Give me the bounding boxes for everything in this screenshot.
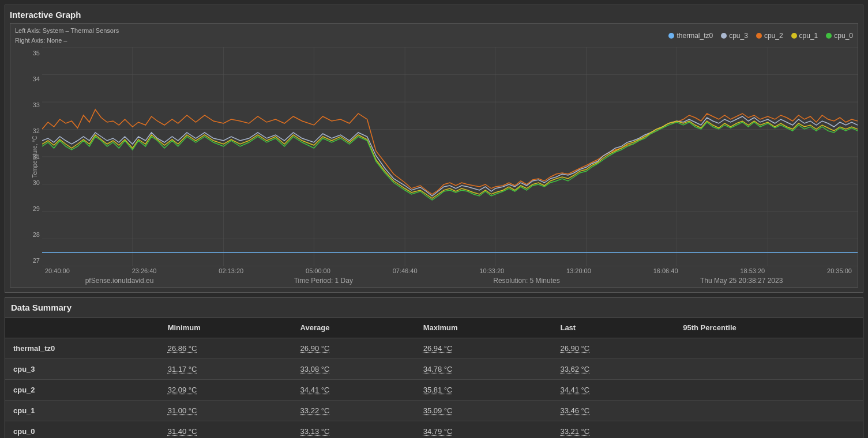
x-axis: 20:40:00 23:26:40 02:13:20 05:00:00 07:4… (45, 267, 852, 274)
summary-table: Minimum Average Maximum Last 95th Percen… (5, 318, 863, 438)
legend-label-cpu1: cpu_1 (799, 32, 818, 40)
table-row: cpu_1 31.00 °C 33.22 °C 35.09 °C 33.46 °… (5, 401, 863, 421)
row-avg-cpu3: 33.08 °C (292, 359, 415, 380)
y-tick-35: 35 (33, 50, 40, 56)
row-pct-thermal (675, 338, 863, 359)
x-tick-8: 18:53:20 (740, 267, 765, 274)
row-pct-cpu1 (675, 401, 863, 421)
col-header-minimum: Minimum (160, 318, 292, 338)
row-max-cpu2: 35.81 °C (415, 380, 553, 401)
row-min-cpu0: 31.40 °C (160, 421, 292, 439)
row-min-thermal: 26.86 °C (160, 338, 292, 359)
row-avg-cpu0: 33.13 °C (292, 421, 415, 439)
y-tick-34: 34 (33, 75, 40, 82)
y-tick-33: 33 (33, 101, 40, 108)
col-header-name (5, 318, 160, 338)
legend-label-cpu3: cpu_3 (729, 32, 748, 40)
row-name-cpu3: cpu_3 (5, 359, 160, 380)
row-last-cpu1: 33.46 °C (552, 401, 675, 421)
axis-labels: Left Axis: System – Thermal Sensors Righ… (15, 26, 119, 45)
legend-item-cpu3: cpu_3 (721, 32, 748, 40)
row-avg-cpu1: 33.22 °C (292, 401, 415, 421)
legend-item-cpu1: cpu_1 (791, 32, 818, 40)
legend-item-cpu0: cpu_0 (826, 32, 853, 40)
x-tick-5: 10:33:20 (479, 267, 504, 274)
legend-label-cpu2: cpu_2 (764, 32, 783, 40)
x-tick-0: 20:40:00 (45, 267, 70, 274)
table-row: cpu_3 31.17 °C 33.08 °C 34.78 °C 33.62 °… (5, 359, 863, 380)
x-tick-6: 13:20:00 (566, 267, 591, 274)
row-last-thermal: 26.90 °C (552, 338, 675, 359)
legend-dot-cpu1 (791, 33, 797, 39)
row-pct-cpu2 (675, 380, 863, 401)
row-avg-cpu2: 34.41 °C (292, 380, 415, 401)
x-tick-7: 16:06:40 (653, 267, 678, 274)
legend-item-cpu2: cpu_2 (756, 32, 783, 40)
row-last-cpu3: 33.62 °C (552, 359, 675, 380)
row-min-cpu1: 31.00 °C (160, 401, 292, 421)
summary-title: Data Summary (5, 298, 863, 318)
x-tick-2: 02:13:20 (219, 267, 243, 274)
table-row: cpu_0 31.40 °C 33.13 °C 34.79 °C 33.21 °… (5, 421, 863, 439)
row-name-cpu1: cpu_1 (5, 401, 160, 421)
legend-dot-thermal (668, 33, 674, 39)
row-pct-cpu3 (675, 359, 863, 380)
legend-item-thermal: thermal_tz0 (668, 32, 713, 40)
row-max-cpu3: 34.78 °C (415, 359, 553, 380)
row-name-thermal: thermal_tz0 (5, 338, 160, 359)
row-max-cpu0: 34.79 °C (415, 421, 553, 439)
axis-right-label: Right Axis: None – (15, 36, 119, 46)
x-tick-1: 23:26:40 (132, 267, 157, 274)
footer-time-period: Time Period: 1 Day (294, 277, 353, 285)
table-row: thermal_tz0 26.86 °C 26.90 °C 26.94 °C 2… (5, 338, 863, 359)
y-tick-30: 30 (33, 179, 40, 186)
row-name-cpu0: cpu_0 (5, 421, 160, 439)
y-tick-32: 32 (33, 127, 40, 134)
graph-panel: Interactive Graph Left Axis: System – Th… (5, 5, 863, 293)
row-avg-thermal: 26.90 °C (292, 338, 415, 359)
col-header-last: Last (552, 318, 675, 338)
row-last-cpu0: 33.21 °C (552, 421, 675, 439)
row-max-cpu1: 35.09 °C (415, 401, 553, 421)
row-pct-cpu0 (675, 421, 863, 439)
footer-resolution: Resolution: 5 Minutes (493, 277, 559, 285)
table-row: cpu_2 32.09 °C 34.41 °C 35.81 °C 34.41 °… (5, 380, 863, 401)
graph-panel-title: Interactive Graph (10, 10, 858, 20)
row-min-cpu3: 31.17 °C (160, 359, 292, 380)
row-max-thermal: 26.94 °C (415, 338, 553, 359)
y-axis-label: Temperature, °C (32, 136, 38, 178)
row-min-cpu2: 32.09 °C (160, 380, 292, 401)
col-header-maximum: Maximum (415, 318, 553, 338)
summary-panel: Data Summary Minimum Average Maximum Las… (5, 297, 863, 438)
x-tick-4: 07:46:40 (393, 267, 418, 274)
graph-header: Left Axis: System – Thermal Sensors Righ… (10, 24, 858, 47)
row-name-cpu2: cpu_2 (5, 380, 160, 401)
legend-label-cpu0: cpu_0 (834, 32, 853, 40)
col-header-average: Average (292, 318, 415, 338)
legend: thermal_tz0 cpu_3 cpu_2 cpu_1 cpu_0 (668, 26, 853, 45)
graph-footer: pfSense.ionutdavid.eu Time Period: 1 Day… (10, 274, 858, 287)
legend-dot-cpu3 (721, 33, 727, 39)
chart-svg (42, 47, 858, 266)
row-last-cpu2: 34.41 °C (552, 380, 675, 401)
graph-area: Left Axis: System – Thermal Sensors Righ… (10, 23, 858, 288)
x-tick-3: 05:00:00 (306, 267, 330, 274)
axis-left-label: Left Axis: System – Thermal Sensors (15, 26, 119, 36)
footer-host: pfSense.ionutdavid.eu (85, 277, 154, 285)
x-tick-9: 20:35:00 (827, 267, 852, 274)
footer-timestamp: Thu May 25 20:38:27 2023 (700, 277, 783, 285)
col-header-percentile: 95th Percentile (675, 318, 863, 338)
legend-dot-cpu0 (826, 33, 832, 39)
y-tick-28: 28 (33, 231, 40, 238)
legend-label-thermal: thermal_tz0 (677, 32, 713, 40)
y-tick-27: 27 (33, 257, 40, 264)
legend-dot-cpu2 (756, 33, 762, 39)
y-tick-29: 29 (33, 205, 40, 212)
